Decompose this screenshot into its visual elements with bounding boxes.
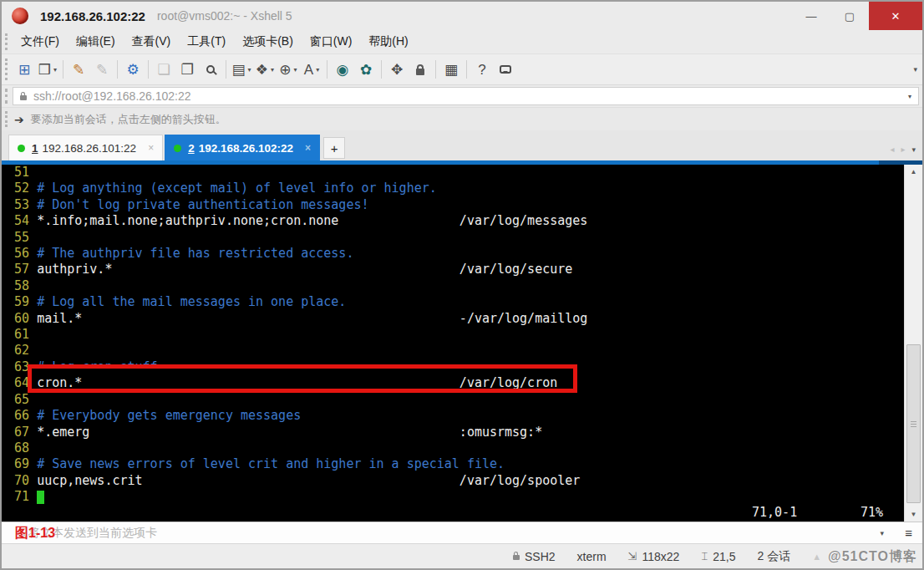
terminal-size-label: 118x22 — [642, 550, 679, 563]
scroll-down-icon[interactable]: ▼ — [905, 507, 922, 522]
xftp-transfer-icon[interactable]: ✿ — [355, 58, 377, 81]
font-dropdown-icon[interactable]: ▾ — [316, 66, 319, 74]
menu-bar: 文件(F)编辑(E)查看(V)工具(T)选项卡(B)窗口(W)帮助(H) — [2, 30, 922, 53]
menu-edit[interactable]: 编辑(E) — [68, 32, 124, 52]
duplicate-icon: ❏ — [153, 58, 175, 81]
cursor-pos-label: 21,5 — [713, 550, 735, 563]
compose-menu-icon[interactable]: ≡ — [905, 526, 912, 540]
toolbar-separator — [148, 60, 149, 79]
tab-items: 1192.168.26.101:22×2192.168.26.102:22× — [8, 135, 322, 160]
tab-scroll-left-icon[interactable]: ◂ — [890, 145, 894, 154]
window-controls: — ▢ ✕ — [792, 2, 922, 30]
terminal-line-52: 52 # Log anything (except mail) of level… — [7, 181, 904, 196]
address-gripper — [5, 89, 8, 104]
session-tab-1[interactable]: 1192.168.26.101:22× — [8, 135, 163, 160]
menu-gripper — [5, 33, 8, 50]
menu-file[interactable]: 文件(F) — [13, 32, 68, 52]
open-session-icon[interactable]: ❒▾ — [37, 58, 58, 81]
feedback-glyph — [500, 65, 511, 74]
tab-number: 2 — [188, 142, 195, 155]
tab-number: 1 — [32, 142, 38, 155]
new-tab-button[interactable]: + — [323, 137, 345, 159]
connected-dot-icon — [18, 145, 25, 152]
toolbar-separator — [466, 60, 467, 79]
terminal-line-59: 59 # Log all the mail messages in one pl… — [7, 294, 904, 310]
info-gripper — [5, 111, 8, 127]
tab-close-icon[interactable]: × — [148, 142, 154, 154]
tab-menu-caret-icon[interactable]: ▾ — [911, 145, 916, 154]
virtual-keyboard-icon[interactable]: ▦ — [440, 58, 462, 81]
figure-label: 图1-13 — [15, 525, 55, 542]
tab-label: 192.168.26.101:22 — [43, 142, 137, 155]
close-button[interactable]: ✕ — [869, 2, 922, 30]
terminal-line-54: 54 *.info;mail.none;authpriv.none;cron.n… — [7, 213, 904, 229]
scrollbar-thumb[interactable] — [906, 344, 921, 503]
menu-view[interactable]: 查看(V) — [124, 32, 180, 52]
toolbar-separator — [435, 60, 436, 79]
statusbar-size: ⇲ 118x22 — [628, 550, 680, 563]
compose-bar: 仅将文本发送到当前选项卡 图1-13 ▾ ≡ — [2, 522, 922, 543]
toolbar-separator — [117, 60, 118, 79]
statusbar-protocol: SSH2 — [513, 550, 556, 563]
address-url[interactable]: ssh://root@192.168.26.102:22 — [33, 89, 906, 103]
connect-icon[interactable]: ✎ — [68, 58, 89, 81]
menu-window[interactable]: 窗口(W) — [302, 32, 361, 52]
vim-ruler: 71,0-1 — [752, 505, 797, 520]
new-session-icon[interactable]: ⊞ — [13, 58, 35, 81]
arrange-layout-icon[interactable]: ❖▾ — [254, 58, 276, 81]
annotation-highlight-rect — [28, 364, 577, 393]
feedback-icon[interactable] — [495, 58, 516, 81]
lock-screen-icon[interactable] — [409, 58, 431, 81]
paste-icon[interactable]: ❐ — [176, 58, 198, 81]
arrange-layout-dropdown-icon[interactable]: ▾ — [271, 66, 274, 74]
scroll-up-small-icon[interactable]: ▲ — [812, 552, 821, 562]
terminal-line-68: 68 — [7, 440, 904, 456]
address-bar: ssh://root@192.168.26.102:22 ▾ — [2, 85, 922, 107]
fullscreen-icon[interactable]: ✥ — [386, 58, 408, 81]
disconnect-icon: ✎ — [91, 58, 113, 81]
tab-scroll-right-icon[interactable]: ▸ — [901, 145, 905, 154]
add-session-arrow-icon[interactable]: ➔ — [14, 113, 24, 126]
web-icon[interactable]: ⊕▾ — [277, 58, 299, 81]
scroll-up-icon[interactable]: ▲ — [905, 165, 922, 179]
statusbar-term-type: xterm — [577, 550, 607, 563]
font-icon[interactable]: A▾ — [301, 58, 322, 81]
resize-icon: ⇲ — [628, 550, 637, 562]
menu-help[interactable]: 帮助(H) — [360, 32, 416, 52]
session-properties-icon[interactable]: ⚙ — [122, 58, 144, 81]
vim-scroll-percent: 71% — [861, 505, 883, 520]
terminal-scrollbar[interactable]: ▲ ▼ — [904, 165, 922, 522]
address-dropdown-icon[interactable]: ▾ — [908, 93, 911, 100]
caret-icon: ⌶ — [701, 550, 708, 563]
menu-tools[interactable]: 工具(T) — [179, 32, 234, 52]
open-session-dropdown-icon[interactable]: ▾ — [53, 66, 57, 74]
compose-dropdown-icon[interactable]: ▾ — [880, 529, 884, 537]
maximize-button[interactable]: ▢ — [830, 2, 869, 30]
find-icon[interactable] — [200, 58, 221, 81]
tab-close-icon[interactable]: × — [305, 142, 311, 154]
web-dropdown-icon[interactable]: ▾ — [294, 66, 297, 74]
toolbar-separator — [226, 60, 226, 79]
menu-tab[interactable]: 选项卡(B) — [234, 32, 302, 52]
terminal-line-61: 61 — [7, 327, 904, 343]
terminal-line-62: 62 — [7, 343, 904, 359]
lock-screen-glyph — [416, 69, 424, 75]
session-count-label: 2 会话 — [757, 549, 790, 564]
protocol-label: SSH2 — [525, 550, 556, 563]
title-bar: 192.168.26.102:22 root@vms002:~ - Xshell… — [2, 2, 922, 30]
find-glyph — [206, 65, 215, 74]
toolbar-overflow-caret[interactable]: ▾ — [913, 65, 917, 74]
address-field[interactable]: ssh://root@192.168.26.102:22 ▾ — [13, 87, 919, 105]
print-dropdown-icon[interactable]: ▾ — [248, 66, 251, 74]
session-tab-2[interactable]: 2192.168.26.102:22× — [165, 135, 320, 160]
terminal-line-71: 71 — [7, 489, 904, 505]
tab-bar: 1192.168.26.101:22×2192.168.26.102:22× +… — [2, 130, 922, 160]
minimize-button[interactable]: — — [792, 2, 830, 30]
terminal-screen[interactable]: 51 52 # Log anything (except mail) of le… — [2, 165, 904, 522]
statusbar-sessions: 2 会话 — [757, 549, 790, 564]
xagent-icon[interactable]: ◉ — [332, 58, 353, 81]
xshell-window: 192.168.26.102:22 root@vms002:~ - Xshell… — [0, 0, 924, 570]
term-type-label: xterm — [577, 550, 607, 563]
print-icon[interactable]: ▤▾ — [231, 58, 252, 81]
help-icon[interactable]: ? — [471, 58, 493, 81]
